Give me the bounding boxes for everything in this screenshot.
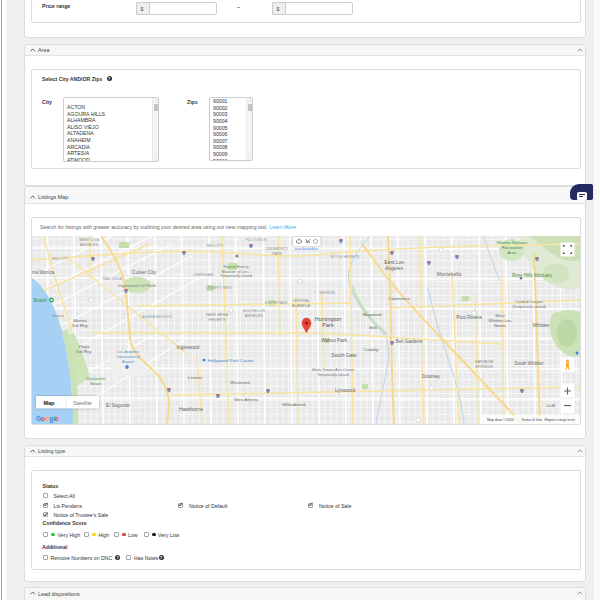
svg-text:MID-CITY: MID-CITY — [52, 257, 69, 261]
svg-text:CENTRAL: CENTRAL — [292, 299, 310, 303]
svg-text:Angeles: Angeles — [385, 265, 404, 271]
svg-text:(Temporarily closed): (Temporarily closed) — [512, 305, 547, 309]
svg-text:Huntington: Huntington — [315, 316, 342, 322]
svg-text:Beach: Beach — [90, 381, 101, 386]
svg-text:Airport: Airport — [122, 359, 135, 364]
svg-text:CRENSHAW: CRENSHAW — [193, 273, 214, 277]
svg-text:WEST LOS: WEST LOS — [79, 238, 99, 242]
svg-text:SOUTH LOS: SOUTH LOS — [243, 309, 265, 313]
svg-text:Pico Rivera: Pico Rivera — [456, 314, 482, 320]
svg-text:Map data ©2020: Map data ©2020 — [487, 418, 514, 422]
svg-text:Inglewood Oil Field: Inglewood Oil Field — [118, 283, 156, 288]
svg-text:Downey: Downey — [422, 373, 441, 379]
svg-text:Nietos: Nietos — [494, 323, 506, 328]
svg-text:MID CITY: MID CITY — [207, 244, 223, 248]
svg-text:El Segundo: El Segundo — [106, 403, 130, 408]
svg-text:Montebello: Montebello — [437, 271, 462, 277]
svg-text:Turnbull Canyon: Turnbull Canyon — [515, 300, 543, 304]
svg-text:Bell: Bell — [369, 325, 376, 330]
svg-text:e: e — [55, 415, 59, 422]
svg-text:Map: Map — [44, 400, 55, 406]
svg-text:Whittier: Whittier — [533, 322, 550, 328]
svg-text:Hawthorne: Hawthorne — [179, 406, 203, 412]
svg-text:save boundary: save boundary — [294, 247, 318, 251]
svg-text:Walnut Park: Walnut Park — [321, 338, 348, 343]
svg-text:Hollywood Park Casino: Hollywood Park Casino — [208, 358, 254, 363]
svg-text:MAR VISTA: MAR VISTA — [102, 277, 122, 281]
svg-text:SPRINGS: SPRINGS — [475, 364, 493, 369]
svg-text:Culver City: Culver City — [132, 269, 157, 275]
svg-text:Watts Towers Arts Center: Watts Towers Arts Center — [312, 368, 355, 372]
svg-text:South Whittier: South Whittier — [515, 361, 544, 366]
svg-text:PARK: PARK — [272, 252, 283, 256]
svg-text:ANGELES: ANGELES — [80, 243, 98, 247]
svg-text:ANGELES: ANGELES — [245, 314, 263, 318]
svg-text:Santa Monica: Santa Monica — [32, 270, 54, 275]
svg-text:Maywood: Maywood — [363, 312, 382, 317]
svg-text:BOYLE HEIGHTS: BOYLE HEIGHTS — [331, 255, 361, 259]
svg-text:Satellite: Satellite — [73, 400, 92, 406]
svg-text:Willowbrook: Willowbrook — [282, 402, 306, 407]
svg-text:Westmont: Westmont — [230, 380, 250, 385]
svg-text:Bell Gardens: Bell Gardens — [396, 339, 423, 344]
svg-text:LADERA HEIGHTS: LADERA HEIGHTS — [140, 315, 172, 319]
svg-text:ALAMEDA: ALAMEDA — [292, 304, 311, 308]
svg-text:Del Rey: Del Rey — [72, 323, 88, 328]
svg-text:HEIGHTS: HEIGHTS — [209, 318, 226, 322]
svg-text:SOUTH PARK: SOUTH PARK — [264, 301, 288, 305]
svg-text:Museum of Los...: Museum of Los... — [221, 270, 250, 274]
svg-text:Area: Area — [508, 250, 518, 255]
svg-text:Park: Park — [322, 322, 334, 328]
svg-text:Natural History: Natural History — [223, 265, 248, 269]
svg-text:La M: La M — [547, 404, 555, 408]
svg-text:Inglewood: Inglewood — [177, 344, 200, 350]
svg-text:Temporarily closed: Temporarily closed — [220, 274, 252, 278]
svg-text:Venice: Venice — [52, 313, 65, 318]
svg-text:Beach: Beach — [33, 298, 46, 303]
svg-text:Lennox: Lennox — [188, 375, 203, 380]
svg-text:Temporarily closed: Temporarily closed — [317, 373, 349, 377]
svg-text:VERNON: VERNON — [319, 291, 335, 295]
svg-text:Commerce: Commerce — [388, 296, 410, 301]
svg-text:West Athens: West Athens — [234, 397, 259, 402]
svg-text:Cudahy: Cudahy — [363, 347, 379, 352]
svg-text:UNIVERSITY: UNIVERSITY — [266, 247, 289, 251]
svg-text:South Gate: South Gate — [331, 352, 357, 358]
svg-text:LEIMERT PARK: LEIMERT PARK — [206, 286, 233, 290]
svg-text:PICO UNION: PICO UNION — [245, 238, 267, 242]
svg-text:Lynwood: Lynwood — [335, 387, 355, 393]
svg-text:Report a map error: Report a map error — [545, 418, 576, 422]
svg-text:PARK MESA: PARK MESA — [206, 313, 228, 317]
svg-text:Rose Hills Mortuary: Rose Hills Mortuary — [512, 273, 553, 278]
svg-text:Terms of Use: Terms of Use — [521, 418, 542, 422]
svg-text:Del Rey: Del Rey — [77, 349, 93, 354]
